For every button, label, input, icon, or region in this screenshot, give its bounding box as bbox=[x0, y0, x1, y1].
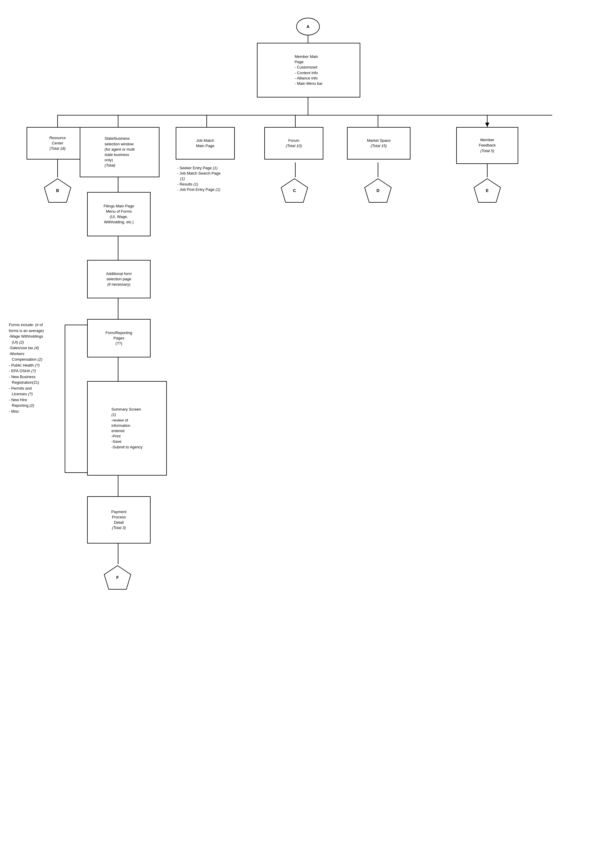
summary-screen-box: Summary Screen (1) -review of informatio… bbox=[87, 381, 167, 475]
node-C-label: C bbox=[293, 188, 296, 193]
node-B: B bbox=[43, 177, 72, 204]
node-C: C bbox=[279, 177, 309, 204]
filings-main-box: Filings Main Page Menu of Forms (UI, Wag… bbox=[87, 192, 150, 236]
additional-form-box: Additional form selection page (if neces… bbox=[87, 260, 150, 298]
job-match-items-label: - Seeker Entry Page (1) - Job Match Sear… bbox=[177, 165, 260, 192]
node-F-label: F bbox=[116, 575, 119, 580]
member-feedback-box: Member Feedback (Total 5) bbox=[456, 127, 518, 164]
forms-include-label: Forms include: (# of forms is an average… bbox=[9, 322, 75, 414]
state-business-box: State/business selection window (for age… bbox=[80, 127, 159, 177]
member-main-text: Member Main Page - Customized - Content … bbox=[295, 54, 323, 86]
node-B-label: B bbox=[56, 188, 59, 193]
market-space-box: Market Space (Total 15) bbox=[347, 127, 410, 159]
payment-process-box: Payment Process Detail (Total 3) bbox=[87, 496, 150, 543]
job-match-box: Job Match Main Page bbox=[176, 127, 235, 159]
node-F: F bbox=[103, 564, 132, 591]
node-D: D bbox=[363, 177, 393, 204]
resource-center-box: Resource Center (Total 18) bbox=[27, 127, 89, 159]
node-A: A bbox=[296, 18, 320, 35]
node-D-label: D bbox=[377, 188, 379, 193]
forum-box: Forum (Total 10) bbox=[264, 127, 323, 159]
form-reporting-box: Form/Reporting Pages (??) bbox=[87, 319, 150, 358]
svg-marker-9 bbox=[485, 123, 489, 127]
node-E-label: E bbox=[486, 188, 488, 193]
node-A-label: A bbox=[306, 24, 310, 29]
diagram-container: A Member Main Page - Customized - Conten… bbox=[0, 0, 616, 851]
node-E: E bbox=[472, 177, 502, 204]
member-main-box: Member Main Page - Customized - Content … bbox=[257, 43, 360, 98]
